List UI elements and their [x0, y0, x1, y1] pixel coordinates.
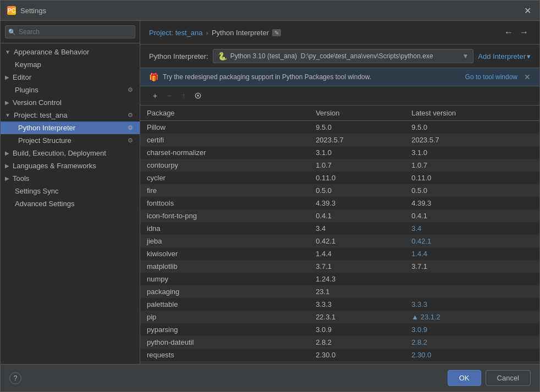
- upgrade-package-button[interactable]: ↑: [178, 90, 190, 102]
- sidebar-item-version-control[interactable]: ▶ Version Control: [1, 96, 140, 109]
- expand-arrow-icon: ▶: [5, 150, 9, 156]
- package-version: 0.4.1: [309, 209, 405, 222]
- package-version: 3.4: [309, 222, 405, 235]
- interpreter-dropdown[interactable]: 🐍 Python 3.10 (test_ana) D:\py_code\test…: [213, 49, 474, 63]
- ok-button[interactable]: OK: [448, 370, 481, 386]
- package-latest: 0.4.1: [405, 209, 539, 222]
- package-version: 0.5.0: [309, 184, 405, 197]
- package-latest: 2.8.2: [405, 336, 539, 349]
- table-row[interactable]: python-dateutil 2.8.2 2.8.2: [140, 336, 539, 349]
- package-name: Pillow: [140, 121, 309, 134]
- svg-point-1: [197, 95, 199, 96]
- package-name: contourpy: [140, 159, 309, 172]
- package-version: 22.3.1: [309, 311, 405, 323]
- edit-icon[interactable]: ✎: [272, 29, 281, 36]
- show-options-button[interactable]: [192, 90, 204, 102]
- table-row[interactable]: fonttools 4.39.3 4.39.3: [140, 197, 539, 209]
- table-row[interactable]: kiwisolver 1.4.4 1.4.4: [140, 247, 539, 260]
- table-row[interactable]: requests 2.30.0 2.30.0: [140, 349, 539, 361]
- sidebar-item-build[interactable]: ▶ Build, Execution, Deployment: [1, 147, 140, 159]
- package-name: palettable: [140, 298, 309, 311]
- table-row[interactable]: matplotlib 3.7.1 3.7.1: [140, 260, 539, 273]
- info-banner-right: Go to tool window ✕: [465, 73, 531, 81]
- info-banner: 🎁 Try the redesigned packaging support i…: [140, 68, 539, 86]
- sidebar-item-settings-sync[interactable]: Settings Sync: [1, 185, 140, 197]
- search-box: 🔍: [1, 21, 140, 43]
- sidebar-item-advanced-settings[interactable]: Advanced Settings: [1, 197, 140, 210]
- package-version: 2.8.2: [309, 336, 405, 349]
- table-row[interactable]: pyparsing 3.0.9 3.0.9: [140, 323, 539, 336]
- package-name: numpy: [140, 273, 309, 285]
- package-version: 3.1.0: [309, 146, 405, 159]
- table-row[interactable]: palettable 3.3.3 3.3.3: [140, 298, 539, 311]
- table-row[interactable]: cycler 0.11.0 0.11.0: [140, 172, 539, 184]
- table-row[interactable]: certifi 2023.5.7 2023.5.7: [140, 134, 539, 146]
- back-button[interactable]: ←: [502, 26, 515, 38]
- add-package-button[interactable]: +: [149, 90, 161, 102]
- forward-button[interactable]: →: [517, 26, 531, 38]
- expand-arrow-icon: ▶: [5, 100, 9, 106]
- package-version: 1.24.3: [309, 273, 405, 285]
- breadcrumb-current: Python Interpreter: [212, 29, 269, 37]
- table-header-row: Package Version Latest version: [140, 106, 539, 121]
- package-version: 3.0.9: [309, 323, 405, 336]
- table-row[interactable]: icon-font-to-png 0.4.1 0.4.1: [140, 209, 539, 222]
- expand-arrow-icon: ▼: [5, 49, 10, 55]
- package-version: 3.3.3: [309, 298, 405, 311]
- main-content: Project: test_ana › Python Interpreter ✎…: [140, 21, 539, 364]
- table-row[interactable]: numpy 1.24.3: [140, 273, 539, 285]
- package-latest: 3.0.9: [405, 323, 539, 336]
- sidebar-item-tools[interactable]: ▶ Tools: [1, 172, 140, 185]
- search-input[interactable]: [5, 25, 135, 38]
- table-row[interactable]: Pillow 9.5.0 9.5.0: [140, 121, 539, 134]
- sidebar-item-project[interactable]: ▼ Project: test_ana ⚙: [1, 109, 140, 122]
- settings-dialog: PC Settings ✕ 🔍 ▼ Appearance & Behavior: [0, 0, 540, 392]
- package-latest: 0.5.0: [405, 184, 539, 197]
- sidebar-item-project-structure[interactable]: Project Structure ⚙: [1, 134, 140, 147]
- package-version: 1.4.4: [309, 247, 405, 260]
- table-row[interactable]: idna 3.4 3.4: [140, 222, 539, 235]
- packages-toolbar: + − ↑: [140, 86, 539, 106]
- settings-icon: ⚙: [128, 124, 133, 131]
- sidebar-item-languages[interactable]: ▶ Languages & Frameworks: [1, 159, 140, 172]
- package-name: fonttools: [140, 197, 309, 209]
- breadcrumb-parent[interactable]: Project: test_ana: [149, 29, 203, 37]
- sidebar-item-editor[interactable]: ▶ Editor: [1, 71, 140, 84]
- table-row[interactable]: pip 22.3.1 ▲ 23.1.2: [140, 311, 539, 323]
- close-button[interactable]: ✕: [522, 5, 533, 16]
- package-latest: 3.1.0: [405, 146, 539, 159]
- package-version: 0.42.1: [309, 235, 405, 247]
- package-version: 1.0.7: [309, 159, 405, 172]
- table-row[interactable]: charset-normalizer 3.1.0 3.1.0: [140, 146, 539, 159]
- expand-arrow-icon: ▼: [5, 112, 10, 118]
- dropdown-small-arrow-icon: ▾: [527, 52, 531, 60]
- settings-icon: ⚙: [128, 137, 133, 144]
- package-latest: 3.4: [405, 222, 539, 235]
- content-area: 🔍 ▼ Appearance & Behavior Keymap ▶: [1, 21, 539, 364]
- package-name: jieba: [140, 235, 309, 247]
- title-bar: PC Settings ✕: [1, 1, 539, 21]
- dialog-footer: ? OK Cancel: [1, 364, 539, 391]
- cancel-button[interactable]: Cancel: [486, 370, 531, 386]
- search-wrapper: 🔍: [5, 25, 135, 38]
- add-interpreter-button[interactable]: Add Interpreter ▾: [478, 52, 531, 60]
- table-row[interactable]: jieba 0.42.1 0.42.1: [140, 235, 539, 247]
- go-to-tool-button[interactable]: Go to tool window: [465, 73, 517, 81]
- table-row[interactable]: packaging 23.1: [140, 285, 539, 298]
- sidebar-item-python-interpreter[interactable]: Python Interpreter ⚙: [1, 122, 140, 134]
- settings-icon: ⚙: [128, 112, 133, 119]
- close-banner-button[interactable]: ✕: [524, 73, 531, 81]
- main-header: Project: test_ana › Python Interpreter ✎…: [140, 21, 539, 45]
- dialog-title: Settings: [20, 7, 46, 15]
- interpreter-row: Python Interpreter: 🐍 Python 3.10 (test_…: [140, 45, 539, 68]
- help-button[interactable]: ?: [9, 372, 21, 384]
- sidebar-item-keymap[interactable]: Keymap: [1, 58, 140, 71]
- sidebar-item-appearance[interactable]: ▼ Appearance & Behavior: [1, 46, 140, 58]
- table-row[interactable]: fire 0.5.0 0.5.0: [140, 184, 539, 197]
- package-name: icon-font-to-png: [140, 209, 309, 222]
- package-name: requests: [140, 349, 309, 361]
- table-row[interactable]: contourpy 1.0.7 1.0.7: [140, 159, 539, 172]
- col-header-package: Package: [140, 106, 309, 121]
- sidebar-item-plugins[interactable]: Plugins ⚙: [1, 84, 140, 96]
- remove-package-button[interactable]: −: [163, 90, 175, 102]
